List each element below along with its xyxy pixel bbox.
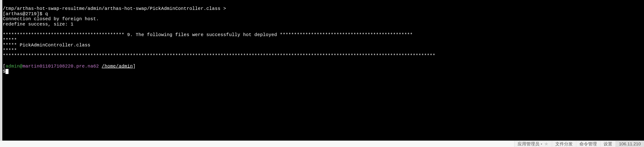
terminal-output[interactable]: /tmp/arthas-hot-swap-resultme/admin/arth… [0, 0, 644, 142]
cursor [6, 69, 8, 74]
terminal-line: ****************************************… [3, 53, 435, 58]
prompt-at: @ [20, 64, 22, 69]
prompt-open-bracket: [ [3, 64, 6, 69]
settings-label: 设置 [604, 141, 612, 147]
command-mgmt-button[interactable]: 命令管理 [576, 141, 600, 147]
command-mgmt-label: 命令管理 [580, 141, 597, 147]
role-label: 应用管理员 [518, 141, 540, 147]
terminal-line: redefine success, size: 1 [3, 22, 74, 27]
prompt-close-bracket: ] [133, 64, 136, 69]
settings-button[interactable]: 设置 [600, 141, 616, 147]
terminal-line: /tmp/arthas-hot-swap-resultme/admin/arth… [3, 6, 226, 11]
ip-label: 106.11.210 [619, 142, 641, 146]
terminal-line: ****************************************… [3, 32, 413, 38]
terminal-line: ***** PickAdminController.class [3, 42, 90, 48]
terminal-line: Connection closed by foreign host. [3, 16, 99, 22]
file-dispatch-label: 文件分发 [555, 141, 573, 147]
file-dispatch-button[interactable]: 文件分发 [552, 141, 576, 147]
terminal-line: ***** [3, 38, 17, 43]
role-dropdown[interactable]: 应用管理员 ▾ ★ [514, 141, 552, 147]
chevron-down-icon: ▾ [541, 142, 542, 146]
prompt-path: /home/admin [102, 64, 133, 69]
prompt-dollar: $ [3, 69, 6, 74]
ip-display: 106.11.210 [616, 141, 644, 147]
prompt-host: martin011017108220.pre.na62 [22, 64, 99, 69]
prompt-space [99, 64, 102, 69]
prompt-user: admin [6, 64, 20, 69]
terminal-line: ***** [3, 48, 17, 53]
star-icon: ★ [544, 141, 548, 147]
terminal-line: [arthas@2719]$ q [3, 11, 48, 16]
status-bar: 应用管理员 ▾ ★ 文件分发 命令管理 设置 106.11.210 [0, 140, 644, 147]
